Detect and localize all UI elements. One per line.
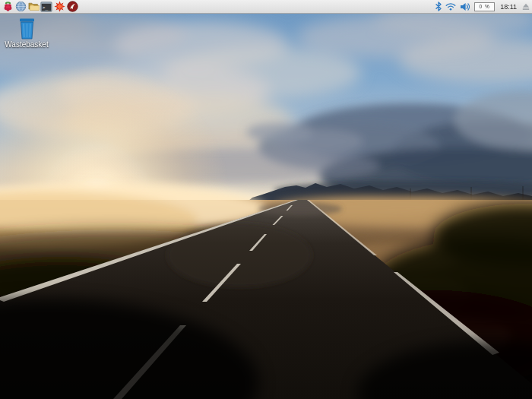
bluetooth-icon[interactable] bbox=[435, 2, 442, 11]
wifi-glyph bbox=[445, 2, 456, 11]
desktop: Wastebasket bbox=[0, 14, 532, 399]
cpu-usage-monitor[interactable]: 0 % bbox=[474, 2, 495, 11]
eject-glyph bbox=[522, 3, 530, 11]
eject-icon[interactable] bbox=[522, 3, 530, 11]
clock[interactable]: 18:11 bbox=[499, 3, 518, 11]
globe-glyph bbox=[15, 1, 27, 12]
desktop-icon-wastebasket[interactable]: Wastebasket bbox=[3, 17, 50, 49]
folders-glyph bbox=[27, 1, 40, 12]
globe-browser-icon[interactable] bbox=[14, 1, 27, 13]
terminal-glyph-box: >_ bbox=[40, 2, 52, 12]
taskbar: >_ bbox=[0, 0, 532, 14]
wolfram-icon[interactable] bbox=[66, 1, 78, 13]
wallpaper-road-sunset bbox=[0, 14, 532, 399]
terminal-icon[interactable]: >_ bbox=[40, 1, 52, 13]
wifi-icon[interactable] bbox=[445, 2, 456, 11]
wastebasket-icon bbox=[17, 17, 36, 40]
raspberry-menu-icon[interactable] bbox=[2, 1, 14, 13]
desktop-icon-label: Wastebasket bbox=[5, 40, 48, 49]
mathematica-star-glyph bbox=[54, 1, 65, 12]
taskbar-launchers: >_ bbox=[0, 1, 78, 13]
terminal-prompt-glyph: >_ bbox=[43, 4, 49, 10]
raspberry-menu-glyph bbox=[2, 1, 14, 12]
volume-icon[interactable] bbox=[460, 2, 470, 11]
clock-time: 18:11 bbox=[500, 3, 517, 11]
mathematica-icon[interactable] bbox=[53, 1, 65, 13]
wolfram-glyph bbox=[67, 1, 78, 12]
volume-glyph bbox=[460, 2, 470, 11]
taskbar-tray: 0 % 18:11 bbox=[435, 2, 532, 11]
raspberry-pi-desktop: >_ bbox=[0, 0, 532, 399]
bluetooth-glyph bbox=[435, 2, 442, 11]
cpu-usage-value: 0 % bbox=[480, 4, 490, 9]
file-manager-icon[interactable] bbox=[27, 1, 40, 13]
